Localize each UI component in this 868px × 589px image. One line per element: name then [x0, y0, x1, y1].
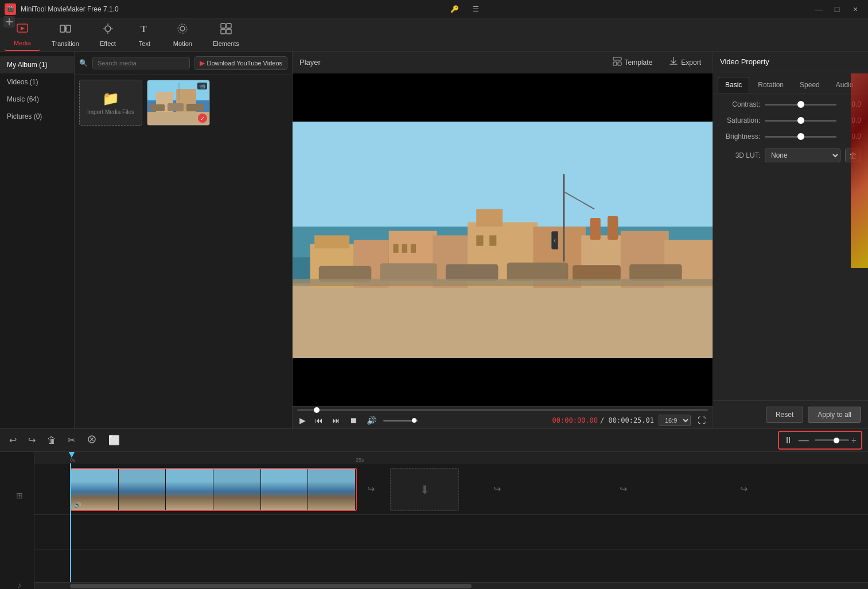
- svg-rect-45: [573, 265, 621, 280]
- media-area: 🔍 ▶ Download YouTube Videos 📁 Import Med…: [75, 52, 292, 428]
- boat-scene-svg: [293, 73, 713, 406]
- audio-detach-button[interactable]: [83, 433, 100, 448]
- svg-text:T: T: [141, 24, 147, 34]
- controls-row: ▶ ⏮ ⏭ ⏹ 🔊 00:00:00.00 / 00:00:25.01 16:9…: [297, 415, 708, 426]
- play-button[interactable]: ▶: [297, 415, 308, 426]
- transition-arrow-4[interactable]: ↪: [620, 483, 627, 494]
- saturation-row: Saturation: 0.0: [720, 116, 861, 124]
- collapse-panel-button[interactable]: ‹: [551, 231, 558, 249]
- zoom-slider[interactable]: [815, 439, 849, 441]
- split-button[interactable]: ✂: [64, 434, 79, 447]
- video-track-icon[interactable]: ⊞: [16, 491, 23, 500]
- crop-button[interactable]: ⬜: [105, 434, 123, 447]
- timeline-scrollbar[interactable]: [34, 582, 868, 589]
- svg-rect-51: [476, 235, 483, 245]
- video-clip-boat4k[interactable]: 🔊: [70, 468, 357, 511]
- sidebar-item-music[interactable]: Music (64): [0, 91, 74, 108]
- motion-icon: [176, 22, 189, 38]
- brightness-slider[interactable]: [765, 136, 836, 138]
- audio-track-icon[interactable]: ♪: [17, 580, 21, 589]
- apply-all-button[interactable]: Apply to all: [808, 407, 861, 423]
- import-media-tile[interactable]: 📁 Import Media Files: [79, 80, 142, 126]
- contrast-slider[interactable]: [765, 104, 836, 106]
- minimize-button[interactable]: —: [811, 1, 827, 17]
- folder-icon: 📁: [102, 91, 119, 107]
- svg-rect-42: [380, 263, 437, 281]
- contrast-label: Contrast:: [720, 100, 760, 108]
- progress-thumb[interactable]: [314, 407, 320, 413]
- tab-rotation[interactable]: Rotation: [750, 77, 791, 93]
- stop-button[interactable]: ⏹: [347, 415, 360, 426]
- prev-frame-button[interactable]: ⏮: [313, 415, 325, 426]
- search-icon: 🔍: [79, 59, 88, 67]
- tab-speed[interactable]: Speed: [792, 77, 827, 93]
- volume-slider[interactable]: [383, 420, 418, 422]
- effect-icon: [102, 22, 114, 38]
- clip-frames: [71, 469, 356, 510]
- media-file-boat-4k[interactable]: 📹 ✓ boat-4k: [147, 80, 210, 126]
- zoom-in-button[interactable]: +: [851, 435, 857, 446]
- current-time: 00:00:00.00: [552, 416, 598, 424]
- redo-button[interactable]: ↪: [25, 434, 39, 447]
- next-frame-button[interactable]: ⏭: [330, 415, 342, 426]
- title-bar-left: 🎬 MiniTool MovieMaker Free 7.1.0: [5, 3, 119, 15]
- menu-item-minimize-icon[interactable]: 🔑: [448, 4, 461, 14]
- svg-rect-50: [411, 244, 416, 253]
- download-youtube-button[interactable]: ▶ Download YouTube Videos: [194, 56, 288, 70]
- clip-frame-4: [213, 469, 261, 510]
- volume-button[interactable]: 🔊: [364, 415, 379, 426]
- progress-bar[interactable]: [297, 409, 708, 411]
- toolbar-item-transition[interactable]: Transition: [42, 19, 88, 50]
- timeline-scroll-thumb[interactable]: [70, 584, 472, 588]
- svg-point-6: [178, 24, 187, 33]
- zoom-out-button[interactable]: ⏸: [784, 435, 793, 446]
- sidebar-item-my-album[interactable]: My Album (1): [0, 56, 74, 73]
- transition-arrow-1[interactable]: ↪: [367, 483, 375, 494]
- clip-frame-3: [166, 469, 213, 510]
- saturation-slider[interactable]: [765, 120, 836, 122]
- main-layout: Media Transition Effect T Text Motion: [0, 18, 868, 589]
- aspect-ratio-select[interactable]: 16:9 9:16 4:3 1:1: [659, 415, 691, 426]
- transition-icon: [59, 22, 72, 38]
- toolbar-item-elements[interactable]: Elements: [204, 19, 248, 50]
- svg-rect-8: [227, 24, 231, 28]
- svg-rect-27: [293, 283, 713, 358]
- video-property-title: Video Property: [713, 52, 868, 72]
- transition-arrow-5[interactable]: ↪: [740, 483, 748, 494]
- svg-rect-19: [186, 104, 204, 111]
- player-header-right: Template Export: [608, 54, 706, 71]
- lut-select[interactable]: None: [765, 149, 840, 162]
- toolbar: Media Transition Effect T Text Motion: [0, 18, 868, 52]
- toolbar-item-effect[interactable]: Effect: [91, 19, 125, 50]
- media-grid: 📁 Import Media Files: [75, 75, 292, 428]
- timeline-ruler: 0s 25s: [34, 452, 868, 463]
- tab-basic[interactable]: Basic: [718, 77, 749, 93]
- svg-rect-20: [613, 57, 621, 60]
- sidebar-item-videos[interactable]: Videos (1): [0, 73, 74, 91]
- template-button[interactable]: Template: [608, 54, 657, 71]
- app-icon: 🎬: [5, 3, 16, 15]
- transition-arrow-3[interactable]: ↪: [493, 483, 501, 494]
- sidebar-item-pictures[interactable]: Pictures (0): [0, 108, 74, 125]
- title-bar: 🎬 MiniTool MovieMaker Free 7.1.0 🔑 ☰ — □…: [0, 0, 868, 18]
- close-button[interactable]: ×: [847, 1, 863, 17]
- svg-rect-53: [590, 218, 601, 240]
- clip-frame-2: [119, 469, 166, 510]
- export-button[interactable]: Export: [664, 54, 706, 71]
- toolbar-item-text[interactable]: T Text: [127, 19, 162, 50]
- fullscreen-button[interactable]: ⛶: [695, 415, 708, 426]
- toolbar-item-motion[interactable]: Motion: [164, 19, 201, 50]
- undo-button[interactable]: ↩: [6, 434, 20, 447]
- search-input[interactable]: [92, 57, 190, 69]
- saturation-label: Saturation:: [720, 116, 760, 124]
- maximize-button[interactable]: □: [829, 1, 845, 17]
- svg-point-3: [105, 26, 111, 32]
- empty-clip-slot-1[interactable]: ⬇: [390, 468, 459, 511]
- svg-rect-49: [402, 244, 407, 253]
- zoom-minus-btn[interactable]: —: [795, 433, 812, 447]
- reset-button[interactable]: Reset: [766, 407, 803, 423]
- svg-rect-18: [168, 103, 184, 111]
- menu-item-icon2[interactable]: ☰: [470, 4, 481, 14]
- clip-audio-indicator: 🔊: [74, 502, 81, 508]
- delete-button[interactable]: 🗑: [44, 434, 60, 447]
